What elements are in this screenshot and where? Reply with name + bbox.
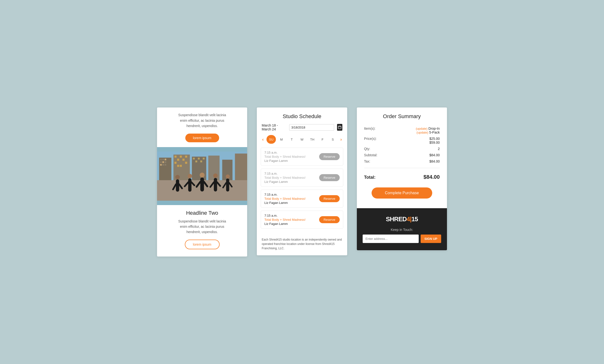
class-card-4: 7:15 a.m. Total Body + Shred Madness! Li… bbox=[261, 211, 343, 229]
day-btn-m[interactable]: M bbox=[277, 135, 286, 144]
email-signup-row: SIGN UP bbox=[363, 235, 441, 243]
schedule-title: Studio Schedule bbox=[257, 108, 347, 124]
total-label: Total: bbox=[364, 175, 376, 180]
order-divider bbox=[364, 168, 440, 168]
svg-rect-45 bbox=[235, 153, 247, 182]
day-btn-su[interactable]: SU bbox=[266, 135, 276, 144]
items-value: (update) Drop-In (update) 5-Pack bbox=[383, 125, 440, 136]
class-2-name: Total Body + Shred Madness! bbox=[264, 176, 305, 179]
tax-value: $84.00 bbox=[383, 158, 440, 164]
svg-rect-60 bbox=[214, 178, 217, 191]
class-2-instructor: Liz Fagan Lamm bbox=[264, 180, 305, 184]
svg-rect-2 bbox=[160, 158, 162, 160]
left-panel: Suspendisse blandit velit lacinia enim e… bbox=[157, 108, 247, 256]
email-signup-input[interactable] bbox=[363, 235, 419, 243]
prev-week-arrow[interactable]: ‹ bbox=[259, 136, 266, 143]
items-row: Item(s): (update) Drop-In (update) 5-Pac… bbox=[364, 125, 440, 136]
body-line2: enim efficitur, ac lacinia purus bbox=[180, 225, 224, 228]
qty-label: Qty: bbox=[364, 146, 383, 152]
day-btn-t[interactable]: T bbox=[287, 135, 296, 144]
day-btn-s[interactable]: S bbox=[328, 135, 337, 144]
svg-rect-20 bbox=[182, 158, 184, 160]
class-4-name: Total Body + Shred Madness! bbox=[264, 218, 305, 222]
svg-rect-25 bbox=[182, 162, 184, 163]
class-4-details: 7:15 a.m. Total Body + Shred Madness! Li… bbox=[264, 214, 305, 226]
next-week-arrow[interactable]: › bbox=[338, 136, 345, 143]
brand-logo-text: SHRED4|15 bbox=[386, 215, 418, 223]
item2-update-link[interactable]: (update) bbox=[416, 131, 428, 134]
day-btn-th[interactable]: TH bbox=[308, 135, 317, 144]
svg-rect-69 bbox=[340, 126, 340, 126]
svg-rect-48 bbox=[176, 179, 179, 191]
item1-update-link[interactable]: (update) bbox=[416, 127, 428, 130]
svg-rect-42 bbox=[203, 160, 205, 162]
class-1-instructor: Liz Fagan Lamm bbox=[264, 159, 305, 163]
svg-rect-67 bbox=[338, 126, 341, 129]
class-3-instructor: Liz Fagan Lamm bbox=[264, 201, 305, 205]
svg-rect-4 bbox=[164, 158, 166, 160]
top-text-line1: Suspendisse blandit velit lacinia bbox=[178, 113, 226, 117]
svg-rect-6 bbox=[162, 161, 164, 163]
headline-two: Headline Two bbox=[162, 210, 242, 216]
svg-rect-13 bbox=[177, 156, 179, 157]
date-range-label: March 18 - March 24 bbox=[262, 124, 286, 131]
svg-rect-33 bbox=[193, 157, 195, 159]
prices-label: Price(s): bbox=[364, 136, 383, 146]
svg-rect-12 bbox=[175, 156, 176, 157]
hero-image bbox=[157, 147, 247, 205]
date-input[interactable] bbox=[289, 124, 334, 131]
day-nav: ‹ SU M T W TH F S › bbox=[257, 135, 347, 148]
svg-rect-19 bbox=[180, 158, 182, 160]
body-line1: Suspendisse blandit velit lacinia bbox=[178, 219, 226, 223]
class-card-3-row: 7:15 a.m. Total Body + Shred Madness! Li… bbox=[264, 193, 340, 205]
calendar-icon-btn[interactable] bbox=[337, 124, 342, 131]
class-2-details: 7:15 a.m. Total Body + Shred Madness! Li… bbox=[264, 172, 305, 184]
svg-rect-32 bbox=[192, 157, 206, 182]
order-title: Order Summary bbox=[364, 113, 440, 120]
signup-button[interactable]: SIGN UP bbox=[421, 235, 441, 243]
keep-in-touch-label: Keep in Touch: bbox=[363, 228, 441, 232]
class-2-time: 7:15 a.m. bbox=[264, 172, 305, 175]
complete-purchase-button[interactable]: Complete Purchase bbox=[372, 188, 432, 199]
class-4-instructor: Liz Fagan Lamm bbox=[264, 222, 305, 226]
lorem-ipsum-btn-1[interactable]: lorem ipsum bbox=[185, 134, 219, 142]
item1-name: Drop-In bbox=[428, 126, 440, 130]
day-btn-f[interactable]: F bbox=[318, 135, 327, 144]
class-1-time: 7:15 a.m. bbox=[264, 151, 305, 154]
reserve-btn-4[interactable]: Reserve bbox=[319, 216, 340, 223]
svg-rect-26 bbox=[185, 162, 187, 163]
svg-rect-36 bbox=[200, 157, 202, 159]
body-text: Suspendisse blandit velit lacinia enim e… bbox=[164, 219, 240, 235]
svg-rect-31 bbox=[185, 165, 187, 167]
lorem-ipsum-btn-2[interactable]: lorem ipsum bbox=[185, 240, 220, 249]
reserve-btn-2[interactable]: Reserve bbox=[319, 174, 340, 181]
svg-rect-10 bbox=[164, 164, 166, 165]
class-3-name: Total Body + Shred Madness! bbox=[264, 197, 305, 201]
svg-rect-22 bbox=[175, 162, 176, 163]
svg-rect-40 bbox=[198, 160, 200, 162]
svg-rect-41 bbox=[200, 160, 202, 162]
svg-rect-70 bbox=[338, 127, 341, 127]
class-1-name: Total Body + Shred Madness! bbox=[264, 155, 305, 158]
reserve-btn-3[interactable]: Reserve bbox=[319, 195, 340, 202]
svg-rect-68 bbox=[339, 126, 340, 126]
reserve-btn-1[interactable]: Reserve bbox=[319, 153, 340, 160]
class-card-2: 7:15 a.m. Total Body + Shred Madness! Li… bbox=[261, 169, 343, 187]
svg-rect-30 bbox=[182, 165, 184, 167]
class-card-1-row: 7:15 a.m. Total Body + Shred Madness! Li… bbox=[264, 151, 340, 163]
subtotal-label: Subtotal: bbox=[364, 152, 383, 158]
svg-rect-27 bbox=[175, 165, 176, 167]
svg-rect-9 bbox=[162, 164, 164, 165]
order-summary-section: Order Summary Item(s): (update) Drop-In … bbox=[357, 108, 447, 208]
svg-rect-28 bbox=[177, 165, 179, 167]
svg-point-47 bbox=[176, 175, 180, 179]
day-btn-w[interactable]: W bbox=[297, 135, 307, 144]
svg-rect-23 bbox=[177, 162, 179, 163]
prices-row: Price(s): $25.00 $59.00 bbox=[364, 136, 440, 146]
days-row: SU M T W TH F S bbox=[266, 135, 337, 144]
svg-rect-35 bbox=[198, 157, 200, 159]
svg-rect-39 bbox=[195, 160, 197, 162]
svg-rect-34 bbox=[195, 157, 197, 159]
class-1-details: 7:15 a.m. Total Body + Shred Madness! Li… bbox=[264, 151, 305, 163]
date-header: March 18 - March 24 bbox=[257, 124, 347, 135]
